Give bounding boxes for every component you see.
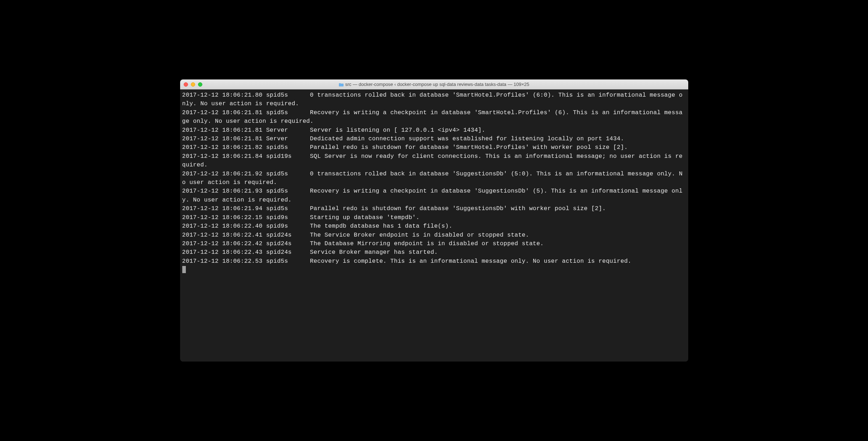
log-line: 2017-12-12 18:06:21.81 Server Server is … (182, 126, 686, 135)
log-line: 2017-12-12 18:06:21.92 spid5s 0 transact… (182, 170, 686, 187)
terminal-cursor (182, 266, 186, 273)
log-line: 2017-12-12 18:06:21.94 spid5s Parallel r… (182, 204, 686, 213)
title-bar[interactable]: src — docker-compose ‹ docker-compose up… (180, 79, 688, 89)
log-line: 2017-12-12 18:06:22.43 spid24s Service B… (182, 248, 686, 257)
minimize-button[interactable] (191, 82, 195, 87)
terminal-output[interactable]: 2017-12-12 18:06:21.80 spid5s 0 transact… (180, 89, 688, 362)
log-line: 2017-12-12 18:06:21.93 spid5s Recovery i… (182, 187, 686, 204)
log-line: 2017-12-12 18:06:21.81 spid5s Recovery i… (182, 108, 686, 126)
log-line: 2017-12-12 18:06:21.81 Server Dedicated … (182, 135, 686, 143)
terminal-window: src — docker-compose ‹ docker-compose up… (180, 79, 688, 362)
folder-icon (339, 82, 344, 86)
log-line: 2017-12-12 18:06:21.84 spid19s SQL Serve… (182, 152, 686, 170)
log-line: 2017-12-12 18:06:22.53 spid5s Recovery i… (182, 257, 686, 266)
log-line: 2017-12-12 18:06:22.42 spid24s The Datab… (182, 239, 686, 248)
log-line: 2017-12-12 18:06:22.40 spid9s The tempdb… (182, 222, 686, 231)
log-line: 2017-12-12 18:06:21.82 spid5s Parallel r… (182, 143, 686, 152)
close-button[interactable] (184, 82, 188, 87)
log-line: 2017-12-12 18:06:22.15 spid9s Starting u… (182, 213, 686, 222)
window-title: src — docker-compose ‹ docker-compose up… (339, 82, 529, 87)
maximize-button[interactable] (198, 82, 202, 87)
log-line: 2017-12-12 18:06:22.41 spid24s The Servi… (182, 231, 686, 239)
window-title-text: src — docker-compose ‹ docker-compose up… (345, 82, 529, 87)
log-line: 2017-12-12 18:06:21.80 spid5s 0 transact… (182, 91, 686, 108)
traffic-lights (184, 82, 202, 87)
